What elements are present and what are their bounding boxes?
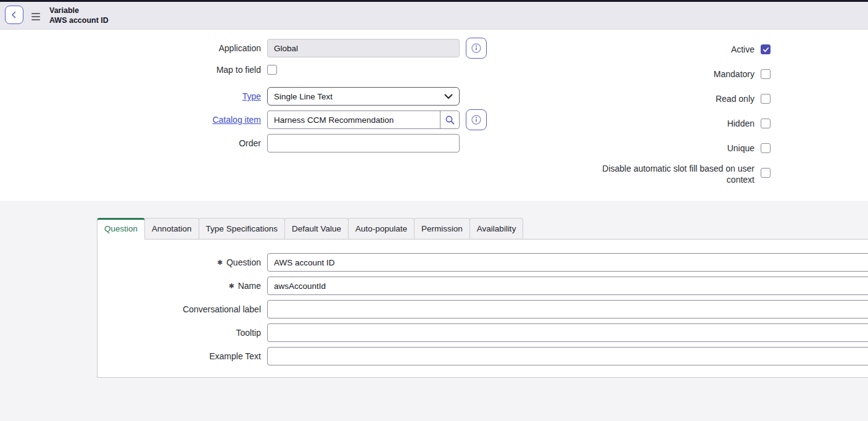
record-header: Variable AWS account ID	[0, 2, 868, 30]
info-icon	[471, 43, 482, 54]
tooltip-field-label: ✱Tooltip	[80, 323, 261, 342]
hidden-checkbox[interactable]	[761, 119, 771, 128]
tab-availability[interactable]: Availability	[469, 218, 524, 239]
hamburger-menu-icon[interactable]	[31, 13, 40, 20]
tab-default-value[interactable]: Default Value	[284, 218, 349, 239]
tab-annotation[interactable]: Annotation	[144, 218, 199, 239]
mandatory-checkbox[interactable]	[761, 69, 771, 79]
example-text-field-label: ✱Example Text	[80, 347, 261, 365]
active-checkbox[interactable]	[761, 44, 771, 54]
info-icon	[471, 114, 482, 125]
map-to-field-label: Map to field	[80, 65, 261, 75]
application-input[interactable]	[267, 39, 460, 57]
hidden-label: Hidden	[543, 119, 754, 128]
catalog-item-label[interactable]: Catalog item	[80, 110, 261, 129]
mandatory-label: Mandatory	[543, 69, 754, 79]
conversational-label-field-label: ✱Conversational label	[80, 300, 261, 319]
question-input[interactable]	[267, 253, 868, 272]
read-only-label: Read only	[543, 94, 754, 104]
application-info-button[interactable]	[466, 38, 487, 59]
tooltip-input[interactable]	[267, 323, 868, 342]
search-icon	[445, 115, 455, 125]
type-label[interactable]: Type	[80, 87, 261, 106]
name-field-label: ✱Name	[80, 277, 261, 296]
order-input[interactable]	[267, 134, 460, 152]
back-button[interactable]	[5, 6, 23, 24]
tab-question[interactable]: Question	[97, 218, 145, 240]
tab-auto-populate[interactable]: Auto-populate	[348, 218, 415, 239]
record-tabs: Question Annotation Type Specifications …	[97, 218, 523, 239]
example-text-input[interactable]	[267, 347, 868, 365]
check-icon	[763, 46, 769, 53]
catalog-item-input[interactable]	[268, 111, 440, 128]
type-link[interactable]: Type	[242, 91, 261, 101]
chevron-left-icon	[10, 11, 18, 19]
variable-form-page: Variable AWS account ID Application Map …	[0, 0, 868, 421]
chevron-down-icon	[444, 94, 453, 99]
page-title: Variable AWS account ID	[49, 6, 109, 26]
catalog-item-link[interactable]: Catalog item	[212, 115, 261, 125]
disable-slot-fill-checkbox[interactable]	[761, 168, 771, 178]
catalog-item-reference-field	[267, 110, 460, 129]
unique-checkbox[interactable]	[761, 143, 771, 153]
conversational-label-input[interactable]	[267, 300, 868, 319]
type-selected-value: Single Line Text	[274, 92, 444, 101]
unique-label: Unique	[543, 143, 754, 153]
type-select[interactable]: Single Line Text	[267, 87, 460, 106]
read-only-checkbox[interactable]	[761, 94, 771, 104]
application-label: Application	[80, 39, 261, 57]
name-input[interactable]	[267, 277, 868, 295]
tab-permission[interactable]: Permission	[414, 218, 470, 239]
map-to-field-checkbox[interactable]	[267, 65, 277, 75]
record-name-label: AWS account ID	[49, 16, 109, 26]
active-label: Active	[543, 44, 754, 54]
mandatory-indicator-icon: ✱	[228, 282, 234, 290]
order-label: Order	[80, 134, 261, 152]
tab-type-specifications[interactable]: Type Specifications	[199, 218, 285, 239]
mandatory-indicator-icon: ✱	[217, 259, 223, 266]
record-type-label: Variable	[49, 6, 109, 16]
catalog-item-lookup-button[interactable]	[440, 111, 459, 128]
disable-slot-fill-label: Disable automatic slot fill based on use…	[594, 163, 754, 185]
question-field-label: ✱Question	[80, 253, 261, 272]
catalog-item-info-button[interactable]	[466, 109, 487, 130]
